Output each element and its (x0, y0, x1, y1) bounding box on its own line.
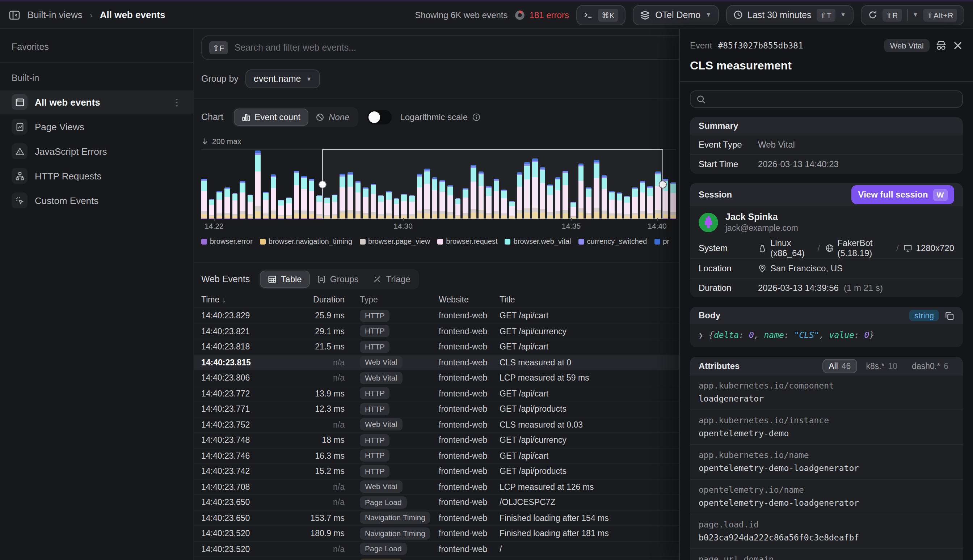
cursor-click-icon (12, 192, 28, 208)
sidebar-item-all-web-events[interactable]: All web events⋮ (0, 90, 193, 113)
tab-groups[interactable]: Groups (310, 271, 366, 288)
chart-plot-area[interactable] (201, 149, 676, 219)
attribute-row[interactable]: opentelemetry.io/nameopentelemetry-demo-… (690, 479, 963, 514)
chart-bar[interactable] (209, 198, 214, 219)
chart-bar[interactable] (270, 175, 276, 220)
chart-bar[interactable] (255, 150, 260, 219)
chart-bar[interactable] (217, 191, 222, 219)
panel-search-input[interactable] (690, 90, 963, 108)
attribute-row[interactable]: app.kubernetes.io/nameopentelemetry-demo… (690, 444, 963, 479)
cell-duration: n/a (295, 483, 345, 491)
sidebar-item-http-requests[interactable]: HTTP Requests⋮ (0, 164, 193, 187)
cell-type: HTTP (345, 449, 439, 462)
event-title: CLS measurement (690, 59, 963, 72)
legend-item[interactable]: pr (654, 237, 669, 245)
brush-handle-right[interactable] (659, 180, 667, 188)
type-badge: Page Load (360, 543, 407, 555)
cell-duration: 153.7 ms (295, 514, 345, 522)
sidebar-item-javascript-errors[interactable]: JavaScript Errors⋮ (0, 140, 193, 163)
chart-bar[interactable] (240, 181, 245, 219)
legend-item[interactable]: browser.request (437, 237, 497, 245)
builtin-section-label: Built-in (0, 63, 193, 90)
chart-bar[interactable] (670, 182, 676, 219)
attr-tab-k8s[interactable]: k8s.*10 (860, 360, 903, 373)
sidebar-item-page-views[interactable]: Page Views⋮ (0, 115, 193, 138)
session-value-part: Linux (x86_64) (758, 238, 812, 258)
chart-mode-event-count[interactable]: Event count (234, 108, 309, 126)
tab-table[interactable]: Table (260, 271, 309, 288)
cell-time: 14:40:23.520 (194, 529, 295, 538)
legend-item[interactable]: currency_switched (578, 237, 647, 245)
chart-bar[interactable] (294, 170, 299, 219)
cell-duration: n/a (295, 358, 345, 367)
incognito-icon[interactable] (935, 40, 947, 52)
bar-segment-browser.request (240, 192, 245, 212)
refresh-group[interactable]: ⇧R ▼ ⇧Alt+R (860, 5, 964, 25)
attribute-row[interactable]: app.kubernetes.io/instanceopentelemetry-… (690, 410, 963, 444)
legend-item[interactable]: browser.web_vital (505, 237, 571, 245)
cell-duration: 18 ms (295, 436, 345, 445)
view-full-session-button[interactable]: View full session W (852, 185, 954, 204)
group-by-select[interactable]: event.name ▼ (246, 70, 320, 88)
col-type[interactable]: Type (345, 295, 439, 303)
session-value-text: 1280x720 (916, 243, 954, 253)
chart-bar[interactable] (248, 195, 253, 219)
chart-bar[interactable] (309, 179, 315, 219)
attr-tab-All[interactable]: All46 (822, 359, 857, 373)
chart-bar[interactable] (201, 179, 207, 219)
col-website[interactable]: Website (439, 295, 499, 303)
chart-bar[interactable] (224, 188, 230, 219)
error-count[interactable]: 181 errors (529, 10, 569, 20)
project-selector[interactable]: OTel Demo ▼ (633, 5, 719, 25)
info-icon[interactable] (472, 113, 481, 122)
cell-website: frontend-web (439, 452, 499, 460)
copy-icon[interactable] (945, 311, 954, 320)
event-detail-panel: Event #85f3027b855db381 Web Vital CLS me… (679, 29, 973, 560)
group-by-row: Group by event.name ▼ (201, 70, 320, 88)
attribute-row[interactable]: app.kubernetes.io/componentloadgenerator (690, 375, 963, 410)
cell-website: frontend-web (439, 374, 499, 382)
chart-bar[interactable] (317, 195, 322, 220)
log-scale-toggle[interactable] (367, 110, 391, 125)
summary-label: Event Type (699, 139, 758, 149)
time-range-selector[interactable]: Last 30 minutes ⇧T ▼ (726, 5, 853, 25)
attribute-row[interactable]: page.url.domainopentelemetry-demo-fronte… (690, 548, 963, 560)
chart-brush-selection[interactable] (322, 149, 664, 219)
chart-bar[interactable] (301, 176, 307, 219)
attributes-card: Attributes All46k8s.*10dash0.*6 app.kube… (690, 357, 963, 560)
triage-icon (373, 275, 382, 283)
cell-time: 14:40:23.650 (194, 514, 295, 522)
attr-tab-dash0[interactable]: dash0.*6 (906, 360, 954, 373)
legend-item[interactable]: browser.navigation_timing (260, 237, 352, 245)
error-gauge[interactable]: 181 errors (515, 10, 569, 20)
attribute-row[interactable]: page.load.idb023ca924da222c86a56f0c3e8de… (690, 514, 963, 548)
legend-item[interactable]: browser.error (201, 237, 253, 245)
chart-bar[interactable] (279, 200, 284, 219)
legend-swatch (201, 238, 207, 244)
bar-segment-browser.request (224, 197, 230, 213)
col-duration[interactable]: Duration (295, 295, 345, 303)
cell-time: 14:40:23.650 (194, 498, 295, 507)
bar-segment-browser.navigation_timing (255, 211, 260, 218)
legend-item[interactable]: browser.page_view (359, 237, 430, 245)
chart-bar[interactable] (232, 193, 237, 219)
breadcrumb[interactable]: Built-in views (28, 9, 83, 20)
type-badge: HTTP (360, 340, 390, 353)
expand-chevron-icon[interactable]: ❯ (699, 331, 703, 339)
tab-triage[interactable]: Triage (366, 271, 417, 288)
col-time[interactable]: Time ↓ (194, 295, 295, 303)
bar-segment-browser.web_vital (301, 178, 307, 189)
chart-mode-none[interactable]: None (309, 108, 357, 126)
sidebar-item-custom-events[interactable]: Custom Events⋮ (0, 189, 193, 212)
sidebar-toggle-icon[interactable] (9, 9, 20, 21)
close-icon[interactable] (953, 40, 963, 51)
brush-handle-left[interactable] (319, 180, 327, 188)
cell-duration: 180.9 ms (295, 529, 345, 538)
session-row-duration: Duration2026-03-13 14:39:56(1 m 21 s) (690, 278, 963, 297)
favorites-section-label: Favorites (0, 36, 193, 62)
kebab-menu-icon[interactable]: ⋮ (172, 97, 182, 107)
chart-bar[interactable] (286, 197, 291, 219)
command-palette-button[interactable]: ⌘K (576, 5, 626, 25)
chart-bar[interactable] (263, 192, 268, 219)
search-filter-input[interactable]: ⇧F Search and filter web events... (201, 35, 708, 60)
